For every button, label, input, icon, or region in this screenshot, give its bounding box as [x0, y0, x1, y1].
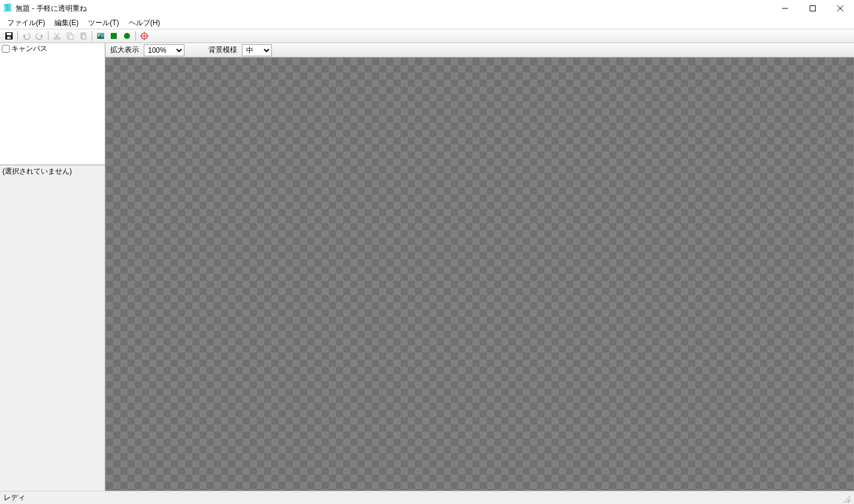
sidebar: キャンバス (選択されていません)	[0, 43, 105, 491]
toolbar-separator	[17, 31, 18, 41]
maximize-button[interactable]	[799, 0, 826, 17]
svg-point-12	[54, 37, 56, 40]
main-area: キャンバス (選択されていません) 拡大表示 100% 背景模様 中	[0, 43, 854, 491]
svg-rect-6	[7, 37, 11, 39]
image-tool-button[interactable]	[95, 30, 107, 42]
undo-button[interactable]	[20, 30, 32, 42]
menu-tool[interactable]: ツール(T)	[83, 17, 123, 29]
window-controls	[771, 0, 854, 17]
save-button[interactable]	[3, 30, 15, 42]
menu-help[interactable]: ヘルプ(H)	[124, 17, 165, 29]
menu-edit[interactable]: 編集(E)	[50, 17, 83, 29]
circle-tool-button[interactable]	[121, 30, 133, 42]
bg-pattern-select[interactable]: 中	[242, 44, 272, 56]
toolbar-separator	[48, 31, 49, 41]
toolbar	[0, 29, 854, 43]
layer-label: キャンバス	[11, 44, 47, 54]
layer-panel[interactable]: キャンバス	[0, 43, 105, 165]
svg-rect-22	[111, 33, 117, 39]
menubar: ファイル(F) 編集(E) ツール(T) ヘルプ(H)	[0, 17, 854, 29]
svg-rect-18	[82, 35, 86, 39]
canvas-area: 拡大表示 100% 背景模様 中	[105, 43, 854, 491]
svg-rect-1	[810, 6, 816, 11]
svg-rect-17	[82, 32, 84, 34]
app-icon: 重	[2, 3, 13, 14]
status-text: レディ	[4, 493, 25, 503]
layer-item[interactable]: キャンバス	[0, 43, 105, 54]
copy-button[interactable]	[64, 30, 76, 42]
window-title: 無題 - 手軽に透明重ね	[16, 4, 87, 14]
zoom-select[interactable]: 100%	[144, 44, 184, 56]
bg-pattern-label: 背景模様	[208, 45, 237, 55]
layer-visibility-checkbox[interactable]	[2, 45, 10, 53]
svg-point-13	[57, 37, 60, 40]
svg-point-20	[98, 34, 100, 36]
statusbar: レディ	[0, 491, 854, 504]
canvas-viewport[interactable]	[105, 57, 854, 491]
paste-button[interactable]	[77, 30, 89, 42]
svg-rect-7	[10, 37, 10, 38]
close-button[interactable]	[826, 0, 854, 17]
menu-file[interactable]: ファイル(F)	[2, 17, 50, 29]
redo-button[interactable]	[34, 30, 46, 42]
minimize-button[interactable]	[771, 0, 799, 17]
zoom-label: 拡大表示	[110, 45, 139, 55]
cut-button[interactable]	[51, 30, 63, 42]
square-tool-button[interactable]	[108, 30, 120, 42]
toolbar-separator	[135, 31, 136, 41]
canvas-toolbar: 拡大表示 100% 背景模様 中	[105, 43, 854, 57]
resize-grip-icon[interactable]	[841, 493, 850, 503]
toolbar-separator	[92, 31, 92, 41]
properties-panel: (選択されていません)	[0, 165, 105, 491]
titlebar: 重 無題 - 手軽に透明重ね	[0, 0, 854, 17]
target-tool-button[interactable]	[138, 30, 150, 42]
svg-rect-15	[69, 35, 73, 40]
svg-point-23	[124, 33, 130, 39]
selection-status: (選択されていません)	[2, 167, 72, 175]
svg-rect-5	[7, 33, 11, 35]
